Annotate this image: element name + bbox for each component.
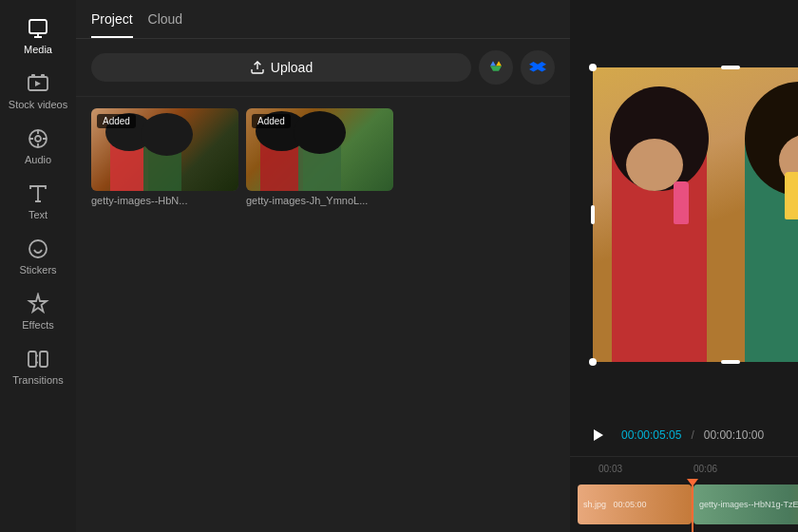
clip-1-label: sh.jpg 00:05:00 xyxy=(578,500,653,509)
sidebar-text-label: Text xyxy=(28,209,48,220)
media-thumb-2: Added xyxy=(246,108,393,191)
play-button[interactable] xyxy=(585,422,612,448)
handle-top-left[interactable] xyxy=(589,64,597,71)
svg-point-5 xyxy=(35,136,41,142)
timeline-clip-2[interactable]: getty-images--HbN1g-TzEU-unsplash.jpg 00… xyxy=(694,484,798,524)
women-illustration xyxy=(593,67,798,362)
ruler-mark-03: 00:03 xyxy=(598,464,622,474)
audio-icon xyxy=(27,127,49,150)
svg-rect-3 xyxy=(41,74,45,77)
sidebar-item-media[interactable]: Media xyxy=(0,8,76,63)
handle-bottom-edge[interactable] xyxy=(721,360,740,364)
timeline: 00:03 00:06 00:09 sh.jpg 00:05:00 getty-… xyxy=(570,456,798,532)
svg-rect-8 xyxy=(40,352,48,367)
current-time: 00:00:05:05 xyxy=(621,428,681,442)
timeline-tracks: sh.jpg 00:05:00 getty-images--HbN1g-TzEU… xyxy=(570,480,798,529)
time-separator: / xyxy=(691,428,694,442)
sidebar-transitions-label: Transitions xyxy=(12,374,63,386)
timeline-ruler: 00:03 00:06 00:09 xyxy=(570,457,798,480)
dropbox-icon xyxy=(529,59,546,76)
svg-rect-2 xyxy=(31,74,35,77)
preview-area: Original ▾ xyxy=(570,0,798,414)
sidebar-item-stickers[interactable]: Stickers xyxy=(0,228,76,283)
sidebar-item-text[interactable]: Text xyxy=(0,173,76,228)
playhead[interactable] xyxy=(692,480,694,532)
sidebar-media-label: Media xyxy=(24,44,52,55)
media-filename-2: getty-images-Jh_YmnoL... xyxy=(246,195,393,206)
upload-label: Upload xyxy=(271,60,313,75)
media-filename-1: getty-images--HbN... xyxy=(91,195,238,206)
preview-container: Original ▾ xyxy=(593,67,798,362)
transitions-icon xyxy=(27,348,49,370)
stock-videos-icon xyxy=(27,72,49,95)
preview-video: Original ▾ xyxy=(593,67,798,362)
handle-left-edge[interactable] xyxy=(591,205,595,224)
ruler-mark-06: 00:06 xyxy=(694,464,717,474)
playhead-triangle xyxy=(687,479,698,486)
effects-icon xyxy=(27,293,49,315)
svg-rect-7 xyxy=(28,352,36,367)
main-panel: Project Cloud Upload xyxy=(76,0,570,532)
sidebar-effects-label: Effects xyxy=(22,319,53,331)
tabs-bar: Project Cloud xyxy=(76,0,570,39)
tab-project[interactable]: Project xyxy=(91,11,133,38)
upload-bar: Upload xyxy=(76,39,570,97)
clip-2-label: getty-images--HbN1g-TzEU-unsplash.jpg 00… xyxy=(694,500,798,509)
svg-point-6 xyxy=(29,240,47,257)
media-item-2[interactable]: Added getty-images-Jh_YmnoL... xyxy=(246,108,393,206)
sidebar-audio-label: Audio xyxy=(25,154,51,165)
text-icon xyxy=(27,182,49,205)
media-item-1[interactable]: Added getty-images--HbN... xyxy=(91,108,238,206)
media-grid: Added getty-images--HbN... Added getty-i… xyxy=(76,97,570,218)
upload-button[interactable]: Upload xyxy=(91,53,471,82)
google-drive-icon xyxy=(487,59,504,76)
stickers-icon xyxy=(27,238,49,260)
media-icon xyxy=(27,17,49,40)
total-time: 00:00:10:00 xyxy=(704,428,764,442)
play-icon xyxy=(591,428,606,443)
handle-top-edge[interactable] xyxy=(721,66,740,69)
timeline-clip-1[interactable]: sh.jpg 00:05:00 xyxy=(578,484,692,524)
sidebar-stock-label: Stock videos xyxy=(9,99,67,110)
added-badge-2: Added xyxy=(252,114,291,128)
handle-bottom-left[interactable] xyxy=(589,358,597,366)
sidebar-item-stock-videos[interactable]: Stock videos xyxy=(0,63,76,118)
added-badge-1: Added xyxy=(97,114,136,128)
sidebar-item-transitions[interactable]: Transitions xyxy=(0,338,76,393)
tab-cloud[interactable]: Cloud xyxy=(148,11,183,38)
sidebar-stickers-label: Stickers xyxy=(19,264,56,276)
upload-icon xyxy=(250,60,265,75)
sidebar: Media Stock videos Audio Text Stic xyxy=(0,0,76,532)
google-drive-button[interactable] xyxy=(479,50,513,85)
media-thumb-1: Added xyxy=(91,108,238,191)
right-panel: Original ▾ 00:00:05:05 / 00:00:10:00 00:… xyxy=(570,0,798,532)
dropbox-button[interactable] xyxy=(521,50,555,85)
sidebar-item-audio[interactable]: Audio xyxy=(0,118,76,173)
svg-rect-0 xyxy=(29,20,47,33)
sidebar-item-effects[interactable]: Effects xyxy=(0,283,76,338)
play-bar: 00:00:05:05 / 00:00:10:00 xyxy=(570,414,798,456)
